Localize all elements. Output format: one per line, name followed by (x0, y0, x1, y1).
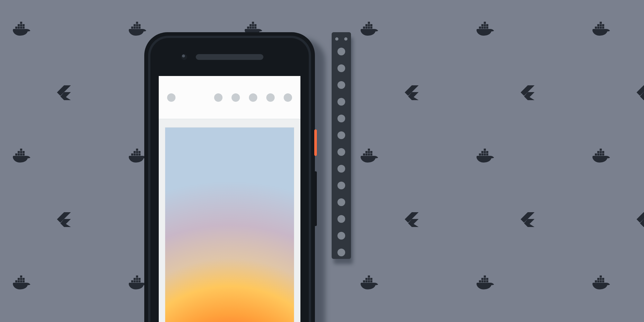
emulator-button-3[interactable] (337, 81, 345, 89)
app-bar (159, 76, 300, 119)
phone-screen[interactable] (159, 76, 300, 322)
app-content-card (165, 128, 294, 322)
emulator-button-13[interactable] (337, 249, 345, 256)
emulator-button-11[interactable] (337, 215, 345, 223)
wallpaper-gradient (165, 128, 294, 322)
appbar-action-3[interactable] (249, 93, 257, 102)
emulator-button-4[interactable] (337, 98, 345, 106)
emulator-button-8[interactable] (337, 165, 345, 173)
appbar-action-1[interactable] (214, 93, 223, 102)
emulator-button-12[interactable] (337, 232, 345, 240)
emulator-button-2[interactable] (337, 64, 345, 72)
appbar-action-2[interactable] (232, 93, 240, 102)
emulator-button-6[interactable] (337, 131, 345, 139)
emulator-button-5[interactable] (337, 115, 345, 122)
appbar-action-5[interactable] (284, 93, 292, 102)
phone-camera (181, 54, 187, 60)
emulator-button-10[interactable] (337, 198, 345, 206)
phone-emulator (144, 32, 315, 322)
emulator-buttons (332, 48, 351, 256)
emulator-button-9[interactable] (337, 182, 345, 189)
appbar-action-4[interactable] (266, 93, 275, 102)
power-button[interactable] (314, 129, 317, 156)
emulator-mini-button-1[interactable] (335, 37, 338, 41)
appbar-actions (214, 93, 292, 102)
volume-rocker[interactable] (314, 171, 317, 226)
appbar-left-icon[interactable] (167, 93, 175, 102)
emulator-button-7[interactable] (337, 148, 345, 156)
phone-earpiece (196, 54, 263, 60)
emulator-mini-button-2[interactable] (344, 37, 347, 41)
emulator-toolbar (332, 32, 351, 259)
emulator-button-1[interactable] (337, 48, 345, 55)
